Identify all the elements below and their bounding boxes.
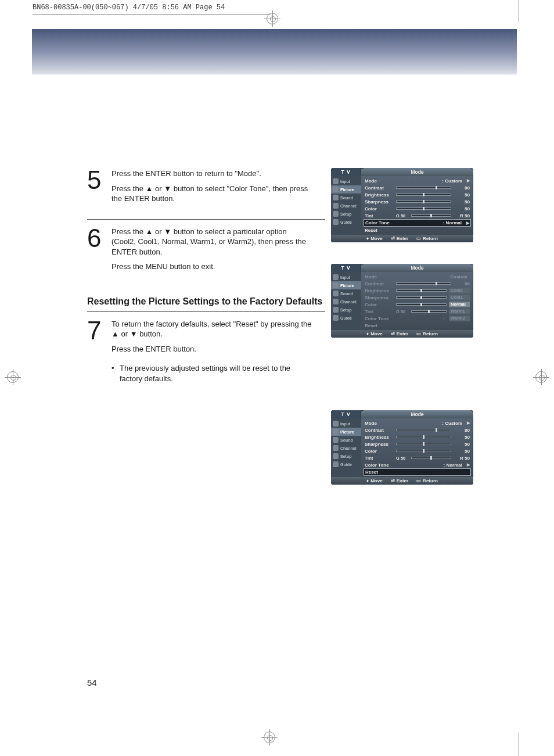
header-gradient (32, 29, 517, 76)
osd-sidebar: Input Picture Sound Channel Setup Guide (331, 272, 361, 330)
divider (87, 311, 325, 312)
guide-icon (333, 461, 339, 467)
registration-mark (261, 729, 278, 746)
chevron-right-icon: ▶ (467, 463, 470, 467)
osd-option-warm1: Warm1 (449, 309, 470, 314)
osd-title: Mode (361, 264, 473, 272)
chevron-right-icon: ▶ (466, 221, 469, 225)
picture-icon (333, 282, 339, 288)
step-text: Press the ENTER button to return to "Mod… (111, 169, 312, 209)
registration-mark (5, 369, 21, 385)
step-text: Press the ▲ or ▼ button to select a part… (111, 227, 312, 277)
registration-mark (533, 369, 549, 385)
osd-screenshot-reset: T V Mode Input Picture Sound Channel Set… (331, 410, 473, 485)
osd-source: T V (331, 410, 361, 418)
channel-icon (333, 203, 339, 209)
updown-icon: ♦ (366, 478, 369, 483)
osd-row-reset-selected: Reset (364, 468, 471, 476)
enter-icon: ⏎ (391, 331, 395, 336)
osd-main: Mode: Custom▶ Contrast80 Brightness50 Sh… (361, 418, 473, 477)
osd-footer: ♦Move ⏎Enter ▭Return (331, 330, 473, 338)
osd-sidebar: Input Picture Sound Channel Setup Guide (331, 176, 361, 235)
guide-icon (333, 219, 339, 225)
picture-icon (333, 187, 339, 192)
channel-icon (333, 299, 339, 304)
enter-icon: ⏎ (391, 478, 395, 483)
input-icon (333, 421, 339, 427)
osd-sidebar: Input Picture Sound Channel Setup Guide (331, 418, 361, 477)
registration-circle (267, 13, 278, 24)
return-icon: ▭ (416, 331, 421, 336)
osd-footer: ♦Move ⏎Enter ▭Return (331, 235, 473, 242)
bullet-text: The previously adjusted settings will be… (120, 363, 312, 384)
osd-option-warm2: Warm2 (449, 316, 470, 321)
osd-title: Mode (361, 168, 473, 176)
bullet: • (111, 363, 116, 384)
updown-icon: ♦ (366, 331, 369, 336)
enter-icon: ⏎ (391, 236, 395, 241)
sound-icon (333, 195, 339, 200)
input-icon (333, 274, 339, 280)
page-number: 54 (87, 678, 97, 687)
osd-row-colortone-selected: Color Tone: Normal▶ (364, 219, 471, 227)
picture-icon (333, 429, 339, 435)
return-icon: ▭ (416, 478, 421, 483)
osd-title: Mode (361, 410, 473, 418)
channel-icon (333, 445, 339, 451)
chevron-right-icon: ▶ (467, 421, 470, 425)
osd-option-cool2: Cool2 (449, 288, 470, 293)
osd-footer: ♦Move ⏎Enter ▭Return (331, 477, 473, 485)
setup-icon (333, 307, 339, 313)
input-icon (333, 178, 339, 184)
osd-screenshot-toneoptions: T V Mode Input Picture Sound Channel Set… (331, 264, 473, 338)
updown-icon: ♦ (366, 236, 369, 241)
setup-icon (333, 453, 339, 459)
osd-main: Mode: Custom▶ Contrast80 Brightness50 Sh… (361, 176, 473, 235)
crop-mark (519, 733, 519, 756)
sound-icon (333, 437, 339, 443)
divider (87, 219, 325, 220)
osd-source: T V (331, 264, 361, 272)
step-number: 7 (87, 319, 107, 342)
osd-main: Mode: Custom Contrast80 BrightnessCool2 … (361, 272, 473, 330)
guide-icon (333, 315, 339, 321)
osd-option-cool1: Cool1 (449, 295, 470, 300)
step-number: 6 (87, 227, 107, 250)
step-number: 5 (87, 169, 107, 192)
step-text: To return the factory defaults, select "… (111, 319, 312, 384)
sound-icon (333, 291, 339, 296)
print-job-header: BN68-00835A-00(050~067) 4/7/05 8:56 AM P… (33, 3, 225, 12)
osd-screenshot-colortone: T V Mode Input Picture Sound Channel Set… (331, 168, 473, 242)
osd-option-normal-selected: Normal (449, 302, 470, 307)
chevron-right-icon: ▶ (467, 178, 470, 183)
return-icon: ▭ (416, 236, 421, 241)
osd-source: T V (331, 168, 361, 176)
setup-icon (333, 211, 339, 217)
crop-mark (519, 0, 519, 22)
